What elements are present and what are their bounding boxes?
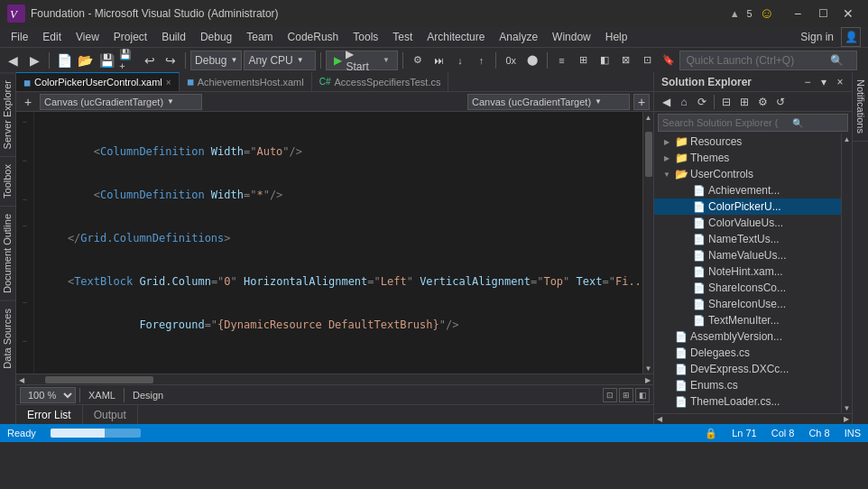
editor-vscrollbar[interactable]: ▲ ▼ <box>642 112 653 374</box>
context-dropdown-1[interactable]: Canvas (ucGradientTarget) ▼ <box>40 94 202 110</box>
misc-btn-4[interactable]: ⊠ <box>616 51 636 70</box>
misc-btn-6[interactable]: 🔖 <box>659 51 679 70</box>
se-scroll-up[interactable]: ▲ <box>842 134 853 144</box>
fold-5[interactable]: − <box>16 296 33 309</box>
menu-test[interactable]: Test <box>385 27 420 47</box>
output-tab[interactable]: Output <box>83 405 138 424</box>
hscroll-thumb[interactable] <box>45 376 153 383</box>
misc-btn-1[interactable]: ≡ <box>552 51 572 70</box>
quick-launch-box[interactable]: 🔍 <box>679 51 857 70</box>
step-into-button[interactable]: ↓ <box>450 51 470 70</box>
tab-accessspecifiers[interactable]: C# AccessSpecifiersTest.cs <box>312 72 449 91</box>
editor-add-button[interactable]: + <box>633 94 650 110</box>
error-list-tab[interactable]: Error List <box>16 405 83 424</box>
zoom-select[interactable]: 100 % <box>20 387 76 403</box>
fold-6[interactable]: − <box>16 335 33 347</box>
se-search-box[interactable]: 🔍 <box>658 114 848 132</box>
step-out-button[interactable]: ↑ <box>472 51 492 70</box>
se-close-button[interactable]: × <box>832 74 848 90</box>
view-icon-3[interactable]: ◧ <box>635 388 650 402</box>
menu-edit[interactable]: Edit <box>35 27 69 47</box>
hex-button[interactable]: 0x <box>501 51 521 70</box>
view-icon-2[interactable]: ⊞ <box>619 388 633 402</box>
fold-4[interactable]: − <box>16 218 33 231</box>
se-collapse-button[interactable]: ⊞ <box>736 94 753 110</box>
menu-analyze[interactable]: Analyze <box>492 27 545 47</box>
tree-item-shareicons[interactable]: 📄 ShareIconsCo... <box>654 280 841 296</box>
scroll-up-button[interactable]: ▲ <box>643 112 654 123</box>
debug-config-dropdown[interactable]: Debug ▼ <box>190 51 242 70</box>
context-dropdown-2[interactable]: Canvas (ucGradientTarget) ▼ <box>467 94 630 110</box>
menu-architecture[interactable]: Architecture <box>420 27 492 47</box>
new-project-button[interactable]: 📄 <box>54 51 74 70</box>
se-pin-button[interactable]: − <box>799 74 816 90</box>
fold-2[interactable]: − <box>16 154 33 167</box>
se-vscrollbar[interactable]: ▲ ▼ <box>841 134 852 413</box>
tree-item-devexpress[interactable]: 📄 DevExpress.DXCc... <box>654 361 841 377</box>
toolbox-tab[interactable]: Toolbox <box>0 156 15 206</box>
misc-btn-2[interactable]: ⊞ <box>573 51 593 70</box>
server-explorer-tab[interactable]: Server Explorer <box>0 72 15 156</box>
tree-item-themeloader[interactable]: 📄 ThemeLoader.cs... <box>654 393 841 410</box>
tab-close-0[interactable]: × <box>166 78 171 88</box>
tree-item-textmenu[interactable]: 📄 TextMenuIter... <box>654 312 841 328</box>
tree-item-notehint[interactable]: 📄 NoteHint.xam... <box>654 263 841 280</box>
fold-3[interactable]: − <box>16 193 33 206</box>
back-button[interactable]: ◀ <box>4 51 23 70</box>
menu-help[interactable]: Help <box>598 27 635 47</box>
close-button[interactable]: ✕ <box>836 5 861 23</box>
menu-team[interactable]: Team <box>239 27 280 47</box>
account-icon[interactable]: 👤 <box>841 27 861 47</box>
misc-btn-5[interactable]: ⊡ <box>637 51 657 70</box>
start-dropdown-arrow[interactable]: ▼ <box>383 56 390 64</box>
save-all-button[interactable]: 💾+ <box>118 51 138 70</box>
se-arrow-button[interactable]: ▾ <box>816 74 832 90</box>
design-view-button[interactable]: Design <box>128 387 168 403</box>
tree-item-shareiconuse[interactable]: 📄 ShareIconUse... <box>654 296 841 312</box>
breakpoint-button[interactable]: ⬤ <box>522 51 542 70</box>
minimize-button[interactable]: − <box>785 5 810 23</box>
se-home-button[interactable]: ⌂ <box>676 94 692 110</box>
menu-build[interactable]: Build <box>154 27 193 47</box>
start-button[interactable]: ▶ ▶ Start ▼ <box>326 51 397 70</box>
misc-btn-3[interactable]: ◧ <box>595 51 614 70</box>
step-over-button[interactable]: ⏭ <box>429 51 448 70</box>
tab-achievements[interactable]: ◼ AchievementsHost.xaml <box>180 72 312 91</box>
undo-button[interactable]: ↩ <box>140 51 160 70</box>
tree-item-resources[interactable]: ▶ 📁 Resources <box>654 134 841 150</box>
scroll-thumb[interactable] <box>645 132 652 177</box>
tree-item-colorpicker[interactable]: 📄 ColorPickerU... <box>654 198 841 215</box>
view-icon-1[interactable]: ⊡ <box>603 388 617 402</box>
se-back-button[interactable]: ◀ <box>658 94 674 110</box>
tree-item-namevalue[interactable]: 📄 NameValueUs... <box>654 247 841 263</box>
add-context-button[interactable]: + <box>20 94 36 110</box>
menu-window[interactable]: Window <box>545 27 598 47</box>
se-filter-button[interactable]: ⊟ <box>718 94 734 110</box>
menu-debug[interactable]: Debug <box>193 27 239 47</box>
menu-coderush[interactable]: CodeRush <box>281 27 346 47</box>
tree-item-enums[interactable]: 📄 Enums.cs <box>654 377 841 393</box>
tree-item-assembly[interactable]: 📄 AssemblyVersion... <box>654 328 841 345</box>
quick-launch-input[interactable] <box>686 54 830 67</box>
menu-tools[interactable]: Tools <box>346 27 385 47</box>
sign-in-link[interactable]: Sign in <box>793 29 841 45</box>
save-button[interactable]: 💾 <box>97 51 117 70</box>
se-sync-button[interactable]: ⟳ <box>694 94 710 110</box>
se-hscrollbar[interactable]: ◀ ▶ <box>654 413 852 424</box>
se-scroll-down[interactable]: ▼ <box>842 402 853 413</box>
se-hscroll-left[interactable]: ◀ <box>654 414 665 425</box>
forward-button[interactable]: ▶ <box>25 51 45 70</box>
tree-item-delegaes[interactable]: 📄 Delegaes.cs <box>654 345 841 361</box>
menu-file[interactable]: File <box>4 27 35 47</box>
attach-button[interactable]: ⚙ <box>408 51 428 70</box>
code-editor[interactable]: <ColumnDefinition Width="Auto"/> <Column… <box>34 112 642 374</box>
tree-item-achievement[interactable]: 📄 Achievement... <box>654 182 841 198</box>
fold-1[interactable]: − <box>16 115 33 128</box>
xaml-view-button[interactable]: XAML <box>84 387 120 403</box>
document-outline-tab[interactable]: Document Outline <box>0 206 15 300</box>
tree-item-themes[interactable]: ▶ 📁 Themes <box>654 150 841 166</box>
notifications-tab[interactable]: Notifications <box>853 72 868 142</box>
menu-project[interactable]: Project <box>106 27 154 47</box>
se-properties-button[interactable]: ⚙ <box>754 94 771 110</box>
tree-item-nametext[interactable]: 📄 NameTextUs... <box>654 231 841 247</box>
